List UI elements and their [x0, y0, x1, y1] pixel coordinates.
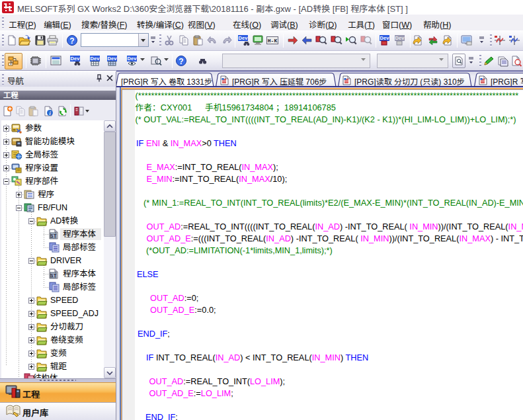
svg-text:Dev: Dev: [108, 56, 118, 62]
svg-text:Dev: Dev: [380, 35, 390, 41]
svg-text:Dev: Dev: [71, 56, 81, 62]
svg-text:Dev: Dev: [128, 56, 138, 62]
svg-text:?: ?: [69, 36, 74, 46]
svg-text:ST: ST: [50, 273, 57, 278]
svg-text:Dev: Dev: [239, 35, 249, 41]
svg-text:H-K: H-K: [268, 38, 278, 44]
svg-text:Dev: Dev: [91, 56, 101, 62]
svg-text:ST: ST: [50, 233, 57, 239]
svg-text:?: ?: [179, 57, 183, 66]
svg-text:Dev: Dev: [395, 35, 405, 41]
